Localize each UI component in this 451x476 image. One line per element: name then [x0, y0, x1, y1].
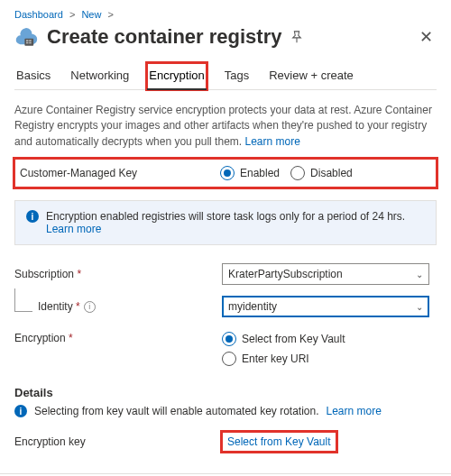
- cmk-enabled-radio[interactable]: Enabled: [220, 166, 280, 180]
- learn-more-link[interactable]: Learn more: [244, 135, 299, 148]
- tab-review[interactable]: Review + create: [267, 63, 355, 89]
- info-icon[interactable]: i: [84, 301, 96, 313]
- cmk-label: Customer-Managed Key: [20, 167, 209, 179]
- info-icon: i: [14, 405, 27, 417]
- info-banner: i Encryption enabled registries will sto…: [14, 200, 437, 245]
- tabs: Basics Networking Encryption Tags Review…: [14, 63, 437, 90]
- radio-icon: [290, 166, 305, 180]
- encryption-label: Encryption *: [14, 332, 222, 344]
- details-info: i Selecting from key vault will enable a…: [14, 405, 437, 417]
- container-registry-icon: [14, 25, 38, 49]
- breadcrumb-sep: >: [66, 9, 78, 20]
- info-icon: i: [26, 210, 39, 223]
- svg-rect-1: [26, 40, 28, 41]
- radio-icon: [222, 352, 236, 366]
- identity-label: Identity * i: [14, 300, 222, 313]
- tab-networking[interactable]: Networking: [69, 63, 131, 89]
- tab-tags[interactable]: Tags: [223, 63, 251, 89]
- details-learn-more-link[interactable]: Learn more: [327, 405, 382, 417]
- svg-rect-4: [29, 42, 31, 44]
- tab-encryption[interactable]: Encryption: [147, 63, 206, 89]
- encryption-keyvault-radio[interactable]: Select from Key Vault: [222, 332, 345, 346]
- breadcrumb-dashboard[interactable]: Dashboard: [14, 9, 63, 20]
- encryption-key-label: Encryption key: [14, 435, 222, 448]
- breadcrumb-sep: >: [104, 9, 116, 20]
- chevron-down-icon: ⌄: [416, 302, 423, 312]
- select-from-key-vault-link[interactable]: Select from Key Vault: [222, 432, 336, 452]
- tab-basics[interactable]: Basics: [14, 63, 52, 89]
- banner-learn-more-link[interactable]: Learn more: [46, 223, 101, 235]
- radio-icon: [220, 166, 235, 180]
- subscription-select[interactable]: KraterPartySubscription ⌄: [222, 263, 429, 285]
- subscription-label: Subscription *: [14, 268, 222, 280]
- svg-rect-2: [29, 40, 31, 41]
- breadcrumb: Dashboard > New >: [14, 7, 437, 23]
- close-icon[interactable]: ✕: [416, 27, 437, 47]
- cmk-disabled-radio[interactable]: Disabled: [290, 166, 353, 180]
- pin-icon[interactable]: [290, 31, 303, 43]
- encryption-keyuri-radio[interactable]: Enter key URI: [222, 352, 345, 366]
- encryption-description: Azure Container Registry service encrypt…: [14, 103, 437, 150]
- identity-select[interactable]: myidentity ⌄: [222, 296, 429, 317]
- chevron-down-icon: ⌄: [416, 270, 423, 279]
- svg-rect-3: [26, 42, 28, 44]
- details-heading: Details: [14, 386, 437, 399]
- page-title: Create container registry: [47, 25, 281, 49]
- radio-icon: [222, 332, 236, 346]
- breadcrumb-new[interactable]: New: [81, 9, 101, 20]
- cmk-row: Customer-Managed Key Enabled Disabled: [14, 159, 437, 188]
